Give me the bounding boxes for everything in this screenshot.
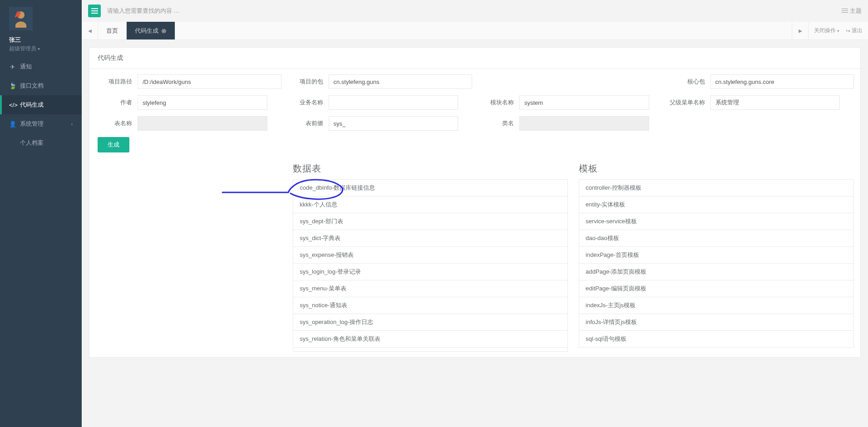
label-project-pkg: 项目的包 — [287, 78, 329, 86]
nav-list: ✈通知🍃接口文档</>代码生成👤系统管理‹个人档案 — [0, 57, 82, 152]
input-project-path[interactable] — [138, 74, 281, 89]
table-row[interactable]: code_dbinfo-数据库链接信息 — [293, 180, 567, 196]
exit-button[interactable]: ↪ 退出 — [846, 27, 863, 34]
nav-label: 接口文档 — [20, 82, 44, 90]
input-author[interactable] — [138, 95, 267, 110]
close-ops-dropdown[interactable]: 关闭操作 ▾ — [814, 27, 839, 34]
label-biz-name: 业务名称 — [287, 98, 329, 107]
logout-icon: ↪ — [846, 28, 850, 34]
input-core-pkg[interactable] — [710, 74, 854, 89]
main: 请输入您需要查找的内容 … 主题 ◂ 首页 代码生成 ⊗ ▸ 关闭操作 ▾ ↪ — [82, 0, 868, 427]
template-row[interactable]: sql-sql语句模板 — [579, 330, 853, 347]
generate-button[interactable]: 生成 — [98, 137, 129, 152]
table-row[interactable]: sys_menu-菜单表 — [293, 280, 567, 297]
tabs-scroll-left[interactable]: ◂ — [82, 22, 98, 39]
tab-home[interactable]: 首页 — [98, 22, 127, 39]
template-row[interactable]: indexPage-首页模板 — [579, 246, 853, 263]
nav-label: 系统管理 — [20, 120, 44, 128]
panel: 代码生成 项目路径 项目的包 核心包 — [89, 47, 861, 358]
nav-icon: ✈ — [9, 64, 15, 70]
template-row[interactable]: entity-实体模板 — [579, 196, 853, 213]
close-icon[interactable]: ⊗ — [161, 27, 167, 34]
label-project-path: 项目路径 — [96, 78, 138, 86]
nav-icon: 🍃 — [9, 83, 15, 89]
topbar: 请输入您需要查找的内容 … 主题 — [82, 0, 868, 22]
input-class-name[interactable] — [519, 116, 649, 131]
template-row[interactable]: addPage-添加页面模板 — [579, 263, 853, 280]
label-table-name: 表名称 — [96, 119, 138, 128]
tab-code-gen[interactable]: 代码生成 ⊗ — [127, 22, 175, 39]
content: 代码生成 项目路径 项目的包 核心包 — [82, 40, 868, 427]
search-input[interactable]: 请输入您需要查找的内容 … — [107, 7, 180, 15]
table-row[interactable]: sys_login_log-登录记录 — [293, 263, 567, 280]
table-row[interactable]: sys_dept-部门表 — [293, 213, 567, 230]
sidebar: 张三 超级管理员 ▾ ✈通知🍃接口文档</>代码生成👤系统管理‹个人档案 — [0, 0, 82, 427]
label-table-prefix: 表前缀 — [287, 119, 329, 128]
panel-title: 代码生成 — [89, 48, 860, 69]
label-module-name: 模块名称 — [478, 98, 519, 107]
nav-item[interactable]: ✈通知 — [0, 57, 82, 76]
template-row[interactable]: infoJs-详情页js模板 — [579, 314, 853, 330]
nav-item[interactable]: </>代码生成 — [0, 95, 82, 114]
label-class-name: 类名 — [478, 119, 519, 128]
template-row[interactable]: controller-控制器模板 — [579, 180, 853, 196]
tables-list[interactable]: code_dbinfo-数据库链接信息kkkk-个人信息sys_dept-部门表… — [293, 179, 568, 352]
chevron-left-icon: ‹ — [71, 122, 73, 127]
templates-title: 模板 — [579, 162, 854, 175]
table-row[interactable]: sys_role-角色表 — [293, 347, 567, 352]
user-role-dropdown[interactable]: 超级管理员 ▾ — [9, 45, 40, 53]
nav-label: 通知 — [20, 63, 32, 71]
templates-column: 模板 controller-控制器模板entity-实体模板service-se… — [579, 162, 854, 352]
tabs-scroll-right[interactable]: ▸ — [792, 22, 808, 39]
toggle-sidebar-button[interactable] — [88, 5, 101, 17]
nav-label: 代码生成 — [20, 101, 44, 109]
nav-item[interactable]: 👤系统管理‹ — [0, 114, 82, 133]
user-name: 张三 — [9, 36, 73, 44]
table-row[interactable]: sys_expense-报销表 — [293, 246, 567, 263]
sidebar-header: 张三 超级管理员 ▾ — [0, 0, 82, 57]
label-author: 作者 — [96, 98, 138, 107]
nav-icon: </> — [9, 102, 15, 108]
templates-list[interactable]: controller-控制器模板entity-实体模板service-servi… — [579, 179, 854, 348]
theme-button[interactable]: 主题 — [842, 7, 862, 15]
label-parent-menu: 父级菜单名称 — [669, 98, 710, 107]
lines-icon — [842, 9, 848, 13]
input-table-prefix[interactable] — [329, 116, 459, 131]
template-row[interactable]: editPage-编辑页面模板 — [579, 280, 853, 297]
table-row[interactable]: sys_relation-角色和菜单关联表 — [293, 330, 567, 347]
tabs-bar: ◂ 首页 代码生成 ⊗ ▸ 关闭操作 ▾ ↪ 退出 — [82, 22, 868, 40]
nav-label: 个人档案 — [20, 139, 44, 147]
template-row[interactable]: dao-dao模板 — [579, 230, 853, 246]
avatar — [9, 7, 33, 30]
input-table-name[interactable] — [138, 116, 267, 131]
chevron-down-icon: ▾ — [837, 29, 839, 33]
input-module-name[interactable] — [519, 95, 649, 110]
tables-title: 数据表 — [293, 162, 568, 175]
table-row[interactable]: sys_operation_log-操作日志 — [293, 314, 567, 330]
input-project-pkg[interactable] — [329, 74, 473, 89]
table-row[interactable]: sys_notice-通知表 — [293, 297, 567, 314]
label-core-pkg: 核心包 — [669, 78, 710, 86]
tables-column: 数据表 code_dbinfo-数据库链接信息kkkk-个人信息sys_dept… — [293, 162, 568, 352]
table-row[interactable]: sys_dict-字典表 — [293, 230, 567, 246]
template-row[interactable]: service-service模板 — [579, 213, 853, 230]
template-row[interactable]: indexJs-主页js模板 — [579, 297, 853, 314]
chevron-down-icon: ▾ — [38, 46, 40, 51]
input-biz-name[interactable] — [329, 95, 459, 110]
input-parent-menu[interactable] — [710, 95, 840, 110]
nav-item[interactable]: 个人档案 — [0, 133, 82, 152]
table-row[interactable]: kkkk-个人信息 — [293, 196, 567, 213]
nav-icon: 👤 — [9, 121, 15, 128]
nav-item[interactable]: 🍃接口文档 — [0, 76, 82, 95]
